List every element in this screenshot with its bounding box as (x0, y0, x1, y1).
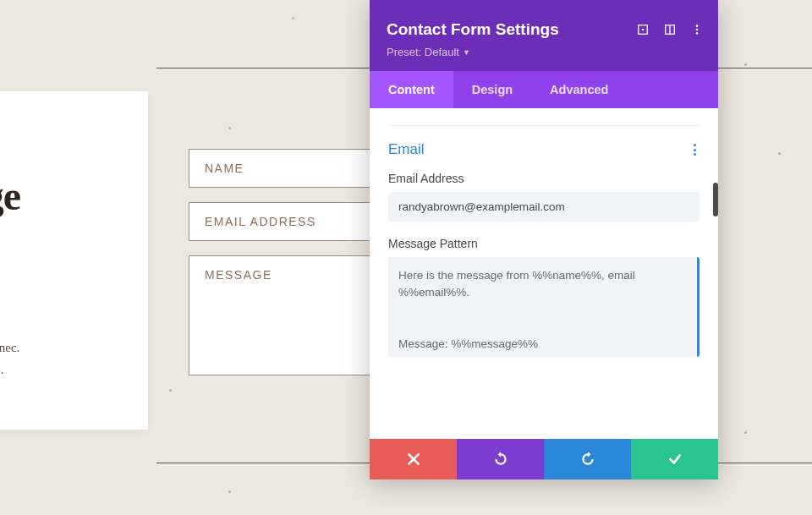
svg-point-4 (696, 25, 699, 27)
svg-point-1 (642, 29, 645, 31)
preset-dropdown[interactable]: Preset: Default ▼ (387, 46, 470, 58)
page-card: sage habitasse nec. s nunc leo. (0, 91, 148, 430)
svg-point-6 (696, 32, 699, 35)
section-email: Email Email Address Message Pattern (388, 125, 700, 360)
tab-advanced[interactable]: Advanced (531, 71, 627, 108)
message-pattern-label: Message Pattern (388, 237, 700, 250)
panel-footer (370, 439, 718, 479)
panel-body: Email Email Address Message Pattern (370, 108, 718, 439)
layout-icon[interactable] (664, 24, 676, 36)
cancel-button[interactable] (370, 439, 457, 479)
expand-icon[interactable] (637, 24, 649, 36)
redo-button[interactable] (544, 439, 631, 479)
tabs: Content Design Advanced (370, 71, 718, 108)
scrollbar-thumb[interactable] (713, 183, 718, 216)
panel-header: Contact Form Settings Preset: Default ▼ (370, 0, 718, 71)
save-button[interactable] (631, 439, 718, 479)
svg-point-5 (696, 29, 699, 31)
tab-design[interactable]: Design (453, 71, 531, 108)
message-pattern-textarea[interactable] (388, 257, 700, 357)
section-menu-icon[interactable] (690, 142, 700, 157)
caret-down-icon: ▼ (463, 48, 470, 57)
page-heading: sage (0, 173, 131, 219)
settings-panel: Contact Form Settings Preset: Default ▼ … (370, 0, 718, 479)
section-title[interactable]: Email (388, 141, 425, 158)
page-body: habitasse nec. s nunc leo. (0, 337, 131, 381)
email-address-input[interactable] (388, 192, 700, 222)
more-icon[interactable] (691, 24, 703, 36)
undo-button[interactable] (457, 439, 544, 479)
email-address-label: Email Address (388, 172, 700, 185)
tab-content[interactable]: Content (370, 71, 453, 108)
